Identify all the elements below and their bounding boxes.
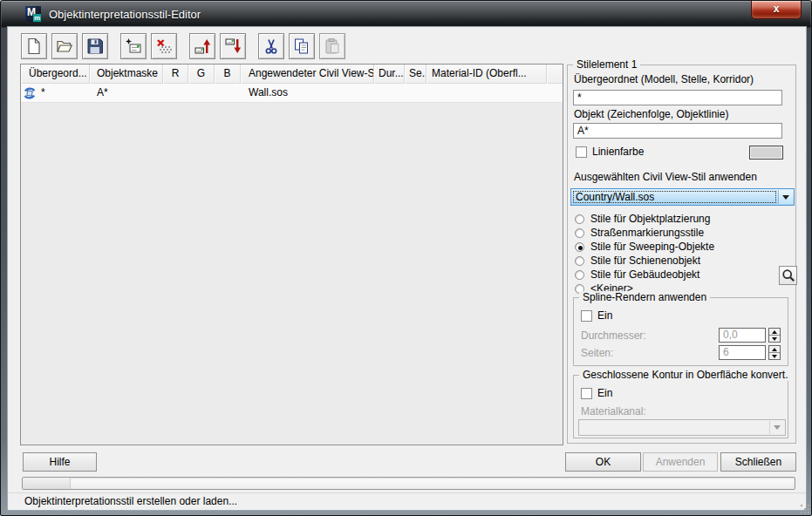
linienfarbe-checkbox[interactable] xyxy=(576,146,587,158)
column-se[interactable]: Se... xyxy=(405,64,426,84)
materialkanal-dropdown xyxy=(578,419,786,436)
radio-sweeping-objekte[interactable]: Stile für Sweeping-Objekte xyxy=(575,240,714,254)
table-row[interactable]: * A* Wall.sos xyxy=(21,84,563,103)
title-bar[interactable]: M m Objektinterpretationsstil-Editor xyxy=(2,1,810,27)
civil-view-stil-value: Country/Wall.sos xyxy=(576,191,654,203)
radio-gebaeudeobjekt[interactable]: Stile für Gebäudeobjekt xyxy=(575,268,714,282)
spline-ein-label: Ein xyxy=(597,309,612,322)
open-folder-icon xyxy=(56,37,73,55)
civil-view-stil-dropdown[interactable]: Country/Wall.sos xyxy=(570,188,795,206)
column-b[interactable]: B xyxy=(215,64,241,84)
cut-scissors-icon xyxy=(263,37,280,55)
new-button[interactable] xyxy=(21,33,47,59)
column-r[interactable]: R xyxy=(163,64,188,84)
row-cell-r xyxy=(163,84,188,103)
ok-button[interactable]: OK xyxy=(565,452,641,472)
row-cell-uebergeordnet: * xyxy=(21,84,90,103)
kontur-ein-label: Ein xyxy=(597,387,612,399)
radio-icon[interactable] xyxy=(575,256,584,266)
new-entry-button[interactable] xyxy=(120,33,147,59)
durchmesser-spinner[interactable] xyxy=(768,328,781,343)
search-style-button[interactable] xyxy=(779,266,797,285)
materialkanal-label: Materialkanal: xyxy=(581,405,646,418)
radio-schienenobjekt[interactable]: Stile für Schienenobjekt xyxy=(575,254,714,268)
radio-icon[interactable] xyxy=(575,242,584,252)
seiten-field[interactable]: 6 xyxy=(719,345,766,360)
spin-up-icon xyxy=(769,346,780,352)
move-up-button[interactable] xyxy=(189,33,215,59)
linienfarbe-row: Linienfarbe xyxy=(576,146,644,158)
kontur-ein-row: Ein xyxy=(581,387,612,399)
close-button[interactable]: x xyxy=(751,1,802,19)
delete-entry-icon xyxy=(155,37,173,55)
column-uebergeordnet[interactable]: Übergeord... xyxy=(21,64,90,84)
cut-button[interactable] xyxy=(258,33,284,59)
column-dur[interactable]: Dur... xyxy=(374,64,405,84)
list-header: Übergeord... Objektmaske R G B Angewende… xyxy=(21,64,563,84)
row-cell-objektmaske: A* xyxy=(90,84,163,103)
paste-button xyxy=(319,33,345,59)
spline-group-title: Spline-Rendern anwenden xyxy=(579,291,710,303)
hilfe-button[interactable]: Hilfe xyxy=(23,452,97,472)
row-cell-dur xyxy=(374,84,405,103)
window-title: Objektinterpretationsstil-Editor xyxy=(49,8,201,21)
kontur-group-title: Geschlossene Kontur in Oberfläche konver… xyxy=(579,369,791,381)
spin-down-icon xyxy=(769,352,780,359)
row-cell-b xyxy=(215,84,241,103)
column-objektmaske[interactable]: Objektmaske xyxy=(90,64,163,84)
magnifier-icon xyxy=(781,268,795,282)
app-icon: M m xyxy=(25,6,41,22)
radio-icon[interactable] xyxy=(575,228,584,238)
app-icon-letter-small: m xyxy=(33,14,41,22)
linienfarbe-color-swatch[interactable] xyxy=(749,146,783,160)
move-down-button[interactable] xyxy=(220,33,246,59)
dropdown-arrow-icon[interactable] xyxy=(778,190,793,204)
column-material-id[interactable]: Material-ID (Oberfl... xyxy=(426,64,547,84)
resize-grip-icon[interactable] xyxy=(794,498,803,507)
new-entry-icon xyxy=(125,37,142,55)
stilelement-group-title: Stilelement 1 xyxy=(573,58,640,71)
column-g[interactable]: G xyxy=(188,64,215,84)
seiten-label: Seiten: xyxy=(581,347,613,359)
spline-ein-checkbox[interactable] xyxy=(581,310,592,322)
stil-anwenden-label: Ausgewählten Civil View-Stil anwenden xyxy=(574,171,757,183)
schliessen-button[interactable]: Schließen xyxy=(720,452,796,472)
client-area: Übergeord... Objektmaske R G B Angewende… xyxy=(8,27,806,510)
kontur-ein-checkbox[interactable] xyxy=(581,388,592,399)
toolbar xyxy=(21,33,358,59)
objekt-input[interactable] xyxy=(573,123,782,139)
column-civil-view-stil[interactable]: Angewendeter Civil View-Stil xyxy=(241,64,374,84)
save-floppy-icon xyxy=(86,37,104,55)
uebergeordnet-input[interactable] xyxy=(573,90,782,105)
column-filler xyxy=(547,64,563,84)
move-up-icon xyxy=(194,37,211,55)
open-button[interactable] xyxy=(51,33,78,59)
row-cell-civil-view-stil: Wall.sos xyxy=(241,84,374,103)
stilelement-group: Stilelement 1 Übergeordnet (Modell, Stel… xyxy=(567,64,796,444)
seiten-spinner[interactable] xyxy=(768,345,781,360)
linienfarbe-label: Linienfarbe xyxy=(592,146,644,158)
progress-bar-chunk xyxy=(23,478,71,489)
civil-view-object-icon xyxy=(23,86,37,100)
radio-icon[interactable] xyxy=(575,270,584,280)
durchmesser-label: Durchmesser: xyxy=(581,329,646,342)
status-bar: Objektinterpretationsstil erstellen oder… xyxy=(8,492,806,510)
spline-ein-row: Ein xyxy=(581,309,612,322)
radio-icon[interactable] xyxy=(575,214,584,224)
radio-strassenmarkierung[interactable]: Straßenmarkierungsstile xyxy=(575,226,714,240)
move-down-icon xyxy=(224,37,242,55)
row-cell-material-id xyxy=(426,84,547,103)
uebergeordnet-label: Übergeordnet (Modell, Stelle, Korridor) xyxy=(574,73,754,85)
durchmesser-field[interactable]: 0,0 xyxy=(719,328,766,343)
delete-entry-button[interactable] xyxy=(151,33,177,59)
dropdown-arrow-icon xyxy=(769,421,784,434)
progress-bar xyxy=(22,477,795,490)
row-cell-se xyxy=(405,84,426,103)
radio-objektplatzierung[interactable]: Stile für Objektplatzierung xyxy=(575,212,714,226)
new-document-icon xyxy=(25,37,43,55)
save-button[interactable] xyxy=(82,33,108,59)
style-type-radio-group: Stile für Objektplatzierung Straßenmarki… xyxy=(575,212,714,295)
copy-button[interactable] xyxy=(289,33,315,59)
row-cell-g xyxy=(188,84,215,103)
copy-icon xyxy=(293,37,310,55)
